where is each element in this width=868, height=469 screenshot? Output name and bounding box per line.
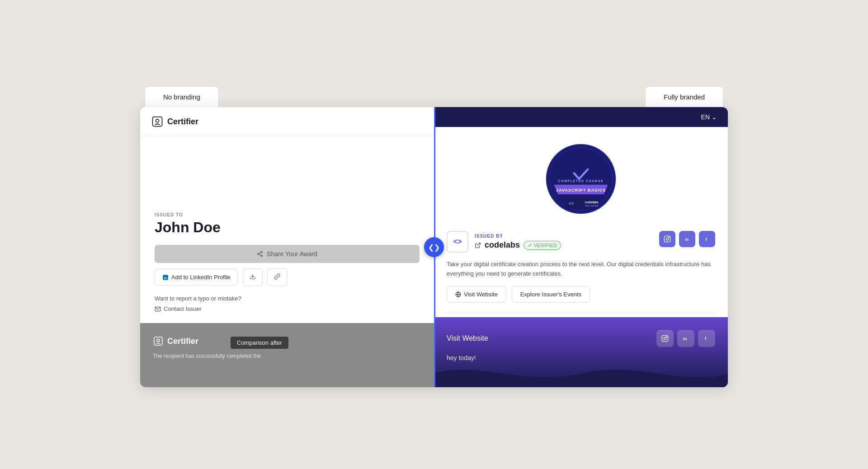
issued-by-label: ISSUED BY: [475, 234, 561, 239]
svg-text:f: f: [706, 237, 708, 242]
svg-point-1: [156, 119, 159, 122]
svg-point-32: [666, 337, 667, 337]
action-row: in Add to LinkedIn Profile: [155, 268, 420, 286]
svg-text:codelabs: codelabs: [585, 201, 599, 204]
right-footer: Visit Website in: [434, 317, 728, 387]
issuer-row: <> ISSUED BY codelabs: [447, 231, 715, 253]
svg-point-4: [261, 255, 263, 257]
download-button[interactable]: [243, 268, 263, 286]
download-icon: [250, 273, 256, 280]
report-text: Want to report a typo or mistake?: [155, 295, 420, 302]
svg-text:JAVASCRIPT BASICS: JAVASCRIPT BASICS: [556, 188, 606, 192]
badge-area: COMPLETED COURSE JAVASCRIPT BASICS <> co…: [434, 127, 728, 231]
issuer-name-row: codelabs VERIFIED: [475, 240, 561, 250]
svg-text:in: in: [685, 237, 689, 242]
issuer-actions: Visit Website Explore Issuer's Events: [447, 286, 715, 303]
social-icons-right: in f: [659, 231, 715, 247]
right-content: <> ISSUED BY codelabs: [434, 231, 728, 317]
facebook-button[interactable]: f: [699, 231, 715, 247]
footer-linkedin-button[interactable]: in: [677, 330, 694, 347]
issuer-logo: <>: [447, 231, 468, 253]
right-header: EN ⌄: [434, 107, 728, 127]
issuer-name: codelabs: [485, 240, 520, 250]
footer-visit-website[interactable]: Visit Website: [447, 334, 488, 342]
footer-instagram-button[interactable]: [656, 330, 674, 347]
linkedin-icon: in: [162, 274, 169, 281]
issued-to-label: ISSUED TO: [155, 212, 420, 217]
svg-text:COMPLETED COURSE: COMPLETED COURSE: [558, 179, 604, 183]
left-header: Certifier: [140, 107, 434, 136]
copy-link-button[interactable]: [267, 268, 287, 286]
certificate-badge: COMPLETED COURSE JAVASCRIPT BASICS <> co…: [542, 141, 619, 217]
svg-text:tech courses: tech courses: [585, 204, 598, 207]
svg-point-2: [261, 251, 263, 253]
svg-line-6: [259, 253, 261, 253]
footer-instagram-icon: [661, 335, 669, 342]
divider: [447, 312, 715, 312]
comparison-toggle-button[interactable]: ❮❯: [424, 237, 444, 257]
svg-text:<>: <>: [569, 201, 574, 206]
svg-line-5: [259, 254, 261, 255]
wave-decoration: [434, 360, 728, 387]
svg-rect-30: [662, 335, 668, 341]
issuer-info: ISSUED BY codelabs: [475, 234, 561, 250]
tab-no-branding[interactable]: No branding: [145, 86, 219, 107]
certifier-logo-left: Certifier: [151, 115, 423, 128]
svg-point-12: [157, 339, 160, 342]
svg-point-24: [669, 237, 669, 238]
svg-point-23: [666, 238, 668, 240]
svg-rect-0: [153, 117, 162, 127]
issuer-description: Take your digital certificate creation p…: [447, 260, 715, 279]
recipient-name: John Doe: [155, 219, 420, 236]
svg-point-3: [258, 253, 259, 255]
instagram-button[interactable]: [659, 231, 675, 247]
globe-icon: [455, 291, 461, 297]
right-panel: EN ⌄ COMPLETED COURSE: [434, 107, 728, 387]
visit-website-button[interactable]: Visit Website: [447, 286, 506, 303]
linkedin-social-button[interactable]: in: [679, 231, 695, 247]
footer-description-left: The recipient has successfully completed…: [153, 352, 421, 360]
svg-point-31: [664, 337, 666, 339]
left-panel: Certifier ISSUED TO John Doe Share Your …: [140, 107, 434, 387]
verified-badge: VERIFIED: [524, 241, 561, 250]
contact-issuer-link[interactable]: Contact Issuer: [155, 305, 420, 312]
facebook-icon: f: [703, 235, 711, 243]
linkedin-social-icon: in: [684, 235, 691, 243]
left-content: ISSUED TO John Doe Share Your Award in: [140, 136, 434, 323]
certifier-logo-icon: [151, 115, 164, 128]
footer-social-icons: in f: [656, 330, 715, 347]
comparison-card: Certifier ISSUED TO John Doe Share Your …: [140, 107, 728, 387]
footer-facebook-button[interactable]: f: [698, 330, 715, 347]
footer-linkedin-icon: in: [682, 335, 689, 342]
svg-line-21: [477, 243, 480, 245]
share-icon: [257, 251, 263, 257]
svg-text:in: in: [683, 337, 687, 341]
tab-fully-branded[interactable]: Fully branded: [645, 86, 723, 107]
footer-facebook-icon: f: [703, 335, 710, 342]
left-footer: Certifier The recipient has successfully…: [140, 323, 434, 387]
svg-rect-22: [664, 236, 670, 242]
tab-bar: No branding Fully branded: [140, 86, 728, 107]
checkmark-icon: [528, 243, 532, 248]
explore-events-button[interactable]: Explore Issuer's Events: [512, 286, 590, 303]
comparison-tooltip: Comparison after: [231, 337, 288, 349]
svg-text:in: in: [164, 276, 167, 279]
svg-text:f: f: [705, 336, 707, 341]
share-award-button[interactable]: Share Your Award: [155, 245, 420, 263]
linkedin-button[interactable]: in Add to LinkedIn Profile: [155, 269, 238, 286]
mail-icon: [155, 306, 161, 312]
instagram-icon: [664, 235, 671, 243]
right-footer-top: Visit Website in: [447, 330, 715, 347]
link-icon: [274, 273, 280, 280]
issuer-left: <> ISSUED BY codelabs: [447, 231, 561, 253]
language-selector[interactable]: EN ⌄: [701, 113, 717, 121]
certifier-footer-icon: [153, 336, 164, 347]
svg-rect-11: [154, 337, 162, 345]
external-link-icon: [475, 242, 481, 249]
